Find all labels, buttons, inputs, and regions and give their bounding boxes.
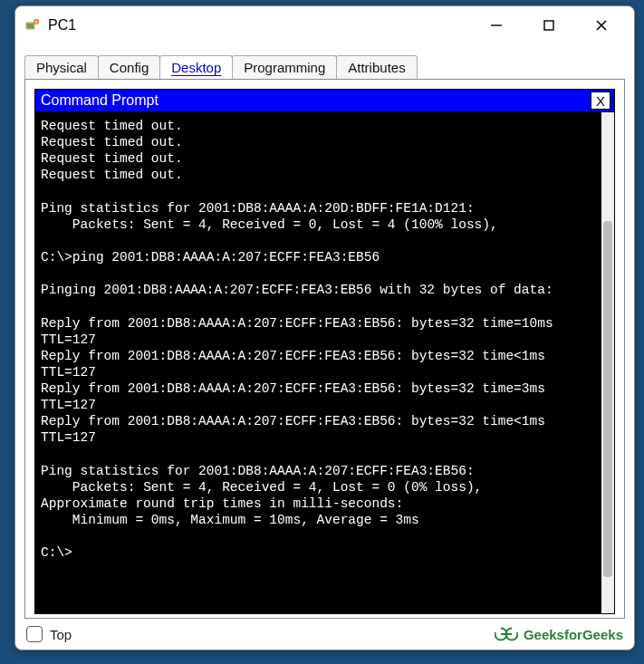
- tab-bar: Physical Config Desktop Programming Attr…: [15, 44, 634, 79]
- content-frame: Command Prompt X Request timed out. Requ…: [24, 79, 625, 619]
- close-button[interactable]: [585, 12, 618, 39]
- console-scrollbar[interactable]: [601, 112, 614, 613]
- titlebar: PC1: [15, 6, 634, 44]
- command-prompt-title: Command Prompt: [41, 92, 159, 109]
- tab-programming[interactable]: Programming: [232, 55, 337, 79]
- svg-rect-1: [27, 24, 34, 28]
- watermark: GeeksforGeeks: [495, 626, 623, 642]
- svg-rect-11: [495, 626, 501, 632]
- tab-physical[interactable]: Physical: [24, 55, 99, 79]
- bottom-bar: Top GeeksforGeeks: [15, 619, 634, 650]
- watermark-text: GeeksforGeeks: [524, 627, 623, 642]
- svg-rect-4: [544, 21, 553, 30]
- console-output[interactable]: Request timed out. Request timed out. Re…: [35, 112, 601, 613]
- app-icon: [24, 17, 41, 34]
- svg-rect-12: [512, 626, 518, 632]
- tab-config[interactable]: Config: [98, 55, 160, 79]
- tab-desktop[interactable]: Desktop: [159, 55, 233, 79]
- scrollbar-thumb[interactable]: [603, 221, 612, 577]
- window-title: PC1: [48, 17, 480, 34]
- command-prompt-close-button[interactable]: X: [591, 91, 610, 110]
- minimize-button[interactable]: [480, 12, 513, 39]
- always-on-top: Top: [26, 626, 72, 642]
- top-label: Top: [50, 627, 72, 642]
- watermark-icon: [495, 626, 518, 642]
- maximize-button[interactable]: [533, 12, 565, 39]
- console-wrap: Request timed out. Request timed out. Re…: [34, 112, 615, 614]
- top-checkbox[interactable]: [26, 626, 43, 642]
- app-window: PC1 Physical Config Desktop Programming …: [14, 5, 635, 650]
- window-controls: [480, 12, 625, 39]
- command-prompt-titlebar: Command Prompt X: [34, 89, 615, 112]
- tab-attributes[interactable]: Attributes: [336, 55, 417, 79]
